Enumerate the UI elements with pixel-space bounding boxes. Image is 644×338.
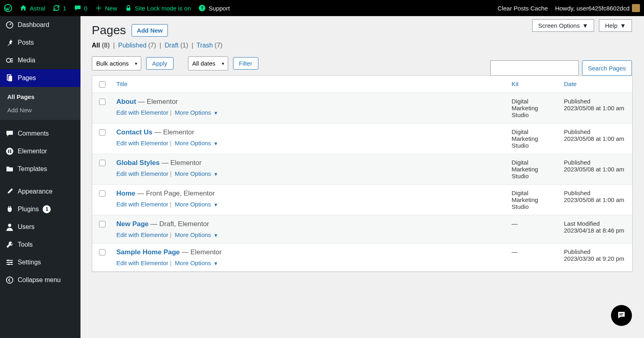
sidebar-item-label: Comments [18,130,49,137]
site-name: Astral [30,5,45,12]
help-button[interactable]: Help ▼ [599,19,632,32]
page-title-link[interactable]: About [116,98,136,105]
page-title-link[interactable]: Sample Home Page [116,248,180,256]
filter-trash-label: Trash [196,42,213,49]
clear-cache-link[interactable]: Clear Posts Cache [497,5,548,12]
user-icon [6,223,14,231]
search-button[interactable]: Search Pages [582,60,632,76]
submenu-add-new[interactable]: Add New [0,103,80,117]
more-options-link[interactable]: More Options▼ [175,140,218,146]
page-title-link[interactable]: Contact Us [116,128,153,136]
wordpress-icon [4,4,12,12]
pages-table: Title Kit Date About — Elementor Edit wi… [92,75,633,272]
filter-trash[interactable]: Trash (7) [196,42,222,49]
filter-published[interactable]: Published (7) [118,42,156,49]
svg-rect-11 [10,152,11,153]
sidebar-item-pages[interactable]: Pages [0,69,80,87]
sidebar-item-label: Dashboard [18,21,49,29]
sidebar-item-users[interactable]: Users [0,218,80,236]
edit-with-elementor-link[interactable]: Edit with Elementor [116,260,168,266]
svg-point-4 [6,58,10,62]
folder-icon [6,165,14,173]
edit-with-elementor-link[interactable]: Edit with Elementor [116,109,168,116]
row-checkbox[interactable] [99,249,105,256]
col-date[interactable]: Date [560,76,632,93]
filter-button[interactable]: Filter [233,57,258,70]
updates-link[interactable]: 1 [52,4,66,12]
row-checkbox[interactable] [99,160,105,166]
sidebar-item-label: Templates [18,165,47,173]
site-lock-link[interactable]: Site Lock mode is on [124,4,191,12]
new-label: New [105,5,117,12]
select-all-checkbox[interactable] [99,81,105,88]
home-icon [19,4,27,12]
lock-icon [124,4,132,12]
date-filter-select[interactable]: All dates [188,56,228,70]
chat-fab[interactable] [611,305,632,326]
sidebar-item-label: Settings [18,259,41,266]
sidebar-item-plugins[interactable]: Plugins1 [0,200,80,218]
table-row: Global Styles — Elementor Edit with Elem… [92,154,632,185]
date-cell: Published2023/05/08 at 1:00 am [560,154,632,184]
row-checkbox[interactable] [99,99,105,105]
col-kit[interactable]: Kit [508,76,560,93]
chevron-down-icon: ▼ [213,171,218,177]
more-options-link[interactable]: More Options▼ [175,170,218,177]
sidebar-item-comments[interactable]: Comments [0,125,80,142]
more-options-link[interactable]: More Options▼ [175,109,218,116]
col-title[interactable]: Title [112,76,508,93]
sidebar-item-elementor[interactable]: Elementor [0,142,80,160]
edit-with-elementor-link[interactable]: Edit with Elementor [116,231,168,238]
comments-link[interactable]: 0 [74,4,87,12]
edit-with-elementor-link[interactable]: Edit with Elementor [116,170,168,177]
edit-with-elementor-link[interactable]: Edit with Elementor [116,140,168,146]
more-options-link[interactable]: More Options▼ [175,231,218,238]
page-title-link[interactable]: Global Styles [116,159,160,167]
support-label: Support [208,5,230,12]
sidebar-item-label: Posts [18,39,34,46]
page-title-link[interactable]: New Page [116,220,149,228]
screen-options-button[interactable]: Screen Options ▼ [532,19,594,32]
row-checkbox[interactable] [99,129,105,136]
collapse-icon [6,276,14,284]
account-link[interactable]: Howdy, user6425fc8602dcd [555,4,640,12]
sidebar-item-posts[interactable]: Posts [0,34,80,52]
add-new-button[interactable]: Add New [132,24,168,37]
sidebar-item-label: Plugins [18,206,39,213]
more-options-link[interactable]: More Options▼ [175,260,218,266]
lock-label: Site Lock mode is on [135,5,191,12]
sidebar-item-label: Pages [18,74,36,82]
sidebar-item-templates[interactable]: Templates [0,160,80,178]
sidebar-item-media[interactable]: Media [0,52,80,69]
submenu-all-pages[interactable]: All Pages [0,90,80,103]
support-link[interactable]: ? Support [198,4,230,12]
sidebar-item-dashboard[interactable]: Dashboard [0,16,80,34]
new-content-link[interactable]: New [95,4,117,12]
chevron-down-icon: ▼ [213,233,218,238]
more-options-link[interactable]: More Options▼ [175,201,218,208]
sidebar-item-settings[interactable]: Settings [0,254,80,271]
page-title-link[interactable]: Home [116,190,135,197]
search-input[interactable] [490,60,579,76]
table-row: New Page — Draft, Elementor Edit with El… [92,215,632,243]
row-checkbox[interactable] [99,221,105,227]
plus-icon [95,4,103,12]
filter-draft[interactable]: Draft (1) [165,42,188,49]
kit-cell: Digital Marketing Studio [508,185,560,215]
help-icon: ? [198,4,206,12]
svg-rect-9 [10,150,11,150]
comment-icon [6,130,14,138]
filter-all[interactable]: All (8) [92,42,109,49]
apply-button[interactable]: Apply [146,57,173,70]
svg-point-17 [10,262,12,263]
edit-with-elementor-link[interactable]: Edit with Elementor [116,201,168,208]
row-checkbox[interactable] [99,190,105,197]
bulk-actions-select[interactable]: Bulk actions [92,56,141,70]
sidebar-item-collapse-menu[interactable]: Collapse menu [0,271,80,289]
wp-logo[interactable] [4,4,12,12]
sidebar-item-appearance[interactable]: Appearance [0,183,80,200]
table-row: About — Elementor Edit with Elementor| M… [92,93,632,124]
site-name-link[interactable]: Astral [19,4,45,12]
content-area: Screen Options ▼ Help ▼ Pages Add New Al… [80,16,644,338]
sidebar-item-tools[interactable]: Tools [0,236,80,254]
